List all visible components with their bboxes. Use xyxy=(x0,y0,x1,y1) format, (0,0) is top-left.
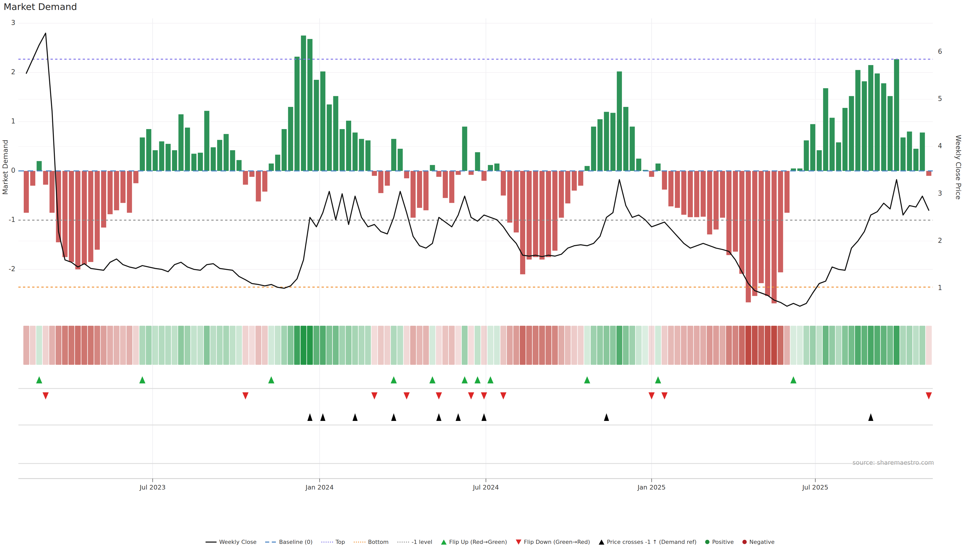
legend-item-bottom: Bottom xyxy=(354,539,389,545)
x-tick-label: Jan 2024 xyxy=(299,484,340,491)
demand-bar xyxy=(578,171,583,186)
x-tick-label: Jul 2025 xyxy=(795,484,836,491)
legend-item-price-crosses-1-demand-ref: Price crosses -1 ↑ (Demand ref) xyxy=(599,539,697,545)
demand-bar xyxy=(282,129,286,171)
flip-up-marker xyxy=(391,376,397,383)
demand-bar xyxy=(37,161,42,171)
demand-bar xyxy=(398,149,403,171)
heatmap-cell xyxy=(230,326,235,365)
demand-bar xyxy=(49,171,55,213)
heatmap-cell xyxy=(204,326,210,365)
heatmap-cell xyxy=(185,326,190,365)
heatmap-cell xyxy=(159,326,165,365)
heatmap-cell xyxy=(417,326,422,365)
heatmap-cell xyxy=(178,326,184,365)
heatmap-cell xyxy=(713,326,719,365)
demand-bar xyxy=(881,83,886,171)
heatmap-cell xyxy=(36,326,42,365)
demand-bar xyxy=(462,127,467,171)
demand-bar xyxy=(649,171,654,177)
demand-bar xyxy=(888,96,893,171)
heatmap-cell xyxy=(604,326,609,365)
demand-bar xyxy=(30,171,35,186)
heatmap-cell xyxy=(778,326,783,365)
demand-bar xyxy=(913,149,918,171)
heatmap-cell xyxy=(732,326,738,365)
heatmap-cell xyxy=(365,326,371,365)
legend-label: Flip Up (Red→Green) xyxy=(449,539,507,545)
demand-bar xyxy=(688,171,693,217)
heatmap-cell xyxy=(797,326,803,365)
legend-item-flip-down-green-red: Flip Down (Green→Red) xyxy=(516,539,590,545)
heatmap-cell xyxy=(752,326,758,365)
y-tick-right: 4 xyxy=(938,142,958,150)
demand-bar xyxy=(856,70,861,171)
demand-bar xyxy=(146,129,151,171)
heatmap-cell xyxy=(468,326,474,365)
heatmap-cell xyxy=(152,326,158,365)
flip-up-marker xyxy=(584,376,590,383)
demand-bar xyxy=(733,171,738,252)
flip-up-marker xyxy=(474,376,480,383)
heatmap-cell xyxy=(907,326,912,365)
demand-bar xyxy=(720,171,725,218)
demand-bar xyxy=(759,171,764,283)
demand-bar xyxy=(24,171,29,213)
demand-bar xyxy=(875,73,880,171)
demand-bar xyxy=(204,111,209,171)
demand-bar xyxy=(752,171,757,296)
heatmap-cell xyxy=(410,326,416,365)
demand-bar xyxy=(714,171,719,230)
heatmap-cell xyxy=(481,326,487,365)
heatmap-cell xyxy=(720,326,725,365)
price-cross-marker xyxy=(320,413,325,421)
heatmap-cell xyxy=(352,326,358,365)
demand-bar xyxy=(372,171,377,176)
demand-bar xyxy=(62,171,68,257)
demand-bar xyxy=(165,144,171,171)
demand-bar xyxy=(391,139,396,171)
legend-label: Positive xyxy=(712,539,734,545)
heatmap-cell xyxy=(288,326,293,365)
demand-bar xyxy=(894,59,899,171)
demand-bar xyxy=(256,171,261,202)
heatmap-cell xyxy=(681,326,687,365)
heatmap-cell xyxy=(513,326,519,365)
x-tick-label: Jan 2025 xyxy=(631,484,672,491)
heatmap-cell xyxy=(68,326,74,365)
heatmap-cell xyxy=(139,326,145,365)
heatmap-cell xyxy=(217,326,223,365)
demand-bar xyxy=(275,155,280,171)
demand-bar xyxy=(237,160,242,171)
heatmap-cell xyxy=(791,326,796,365)
heatmap-cell xyxy=(449,326,455,365)
demand-bar xyxy=(501,171,506,196)
demand-bar xyxy=(668,171,673,206)
demand-bar xyxy=(133,171,138,183)
demand-bar xyxy=(140,138,145,171)
legend-label: Baseline (0) xyxy=(279,539,312,545)
flip-up-marker xyxy=(268,376,274,383)
demand-bar xyxy=(378,171,383,193)
heatmap-cell xyxy=(765,326,770,365)
legend-dots-icon xyxy=(397,541,409,543)
heatmap-cell xyxy=(746,326,751,365)
demand-bar xyxy=(172,150,177,171)
demand-bar xyxy=(765,171,770,296)
demand-bar xyxy=(617,71,622,171)
demand-bar xyxy=(224,134,229,171)
demand-bar xyxy=(198,153,203,171)
demand-bar xyxy=(784,171,790,213)
heatmap-cell xyxy=(507,326,513,365)
y-tick-right: 5 xyxy=(938,95,958,103)
price-cross-marker xyxy=(307,413,312,421)
demand-bar xyxy=(107,171,113,214)
heatmap-cell xyxy=(571,326,577,365)
demand-bar xyxy=(611,113,616,171)
demand-bar xyxy=(591,127,596,171)
demand-bar xyxy=(455,171,461,175)
heatmap-cell xyxy=(584,326,590,365)
demand-bar xyxy=(546,171,551,257)
demand-bar xyxy=(772,171,776,303)
heatmap-cell xyxy=(210,326,216,365)
